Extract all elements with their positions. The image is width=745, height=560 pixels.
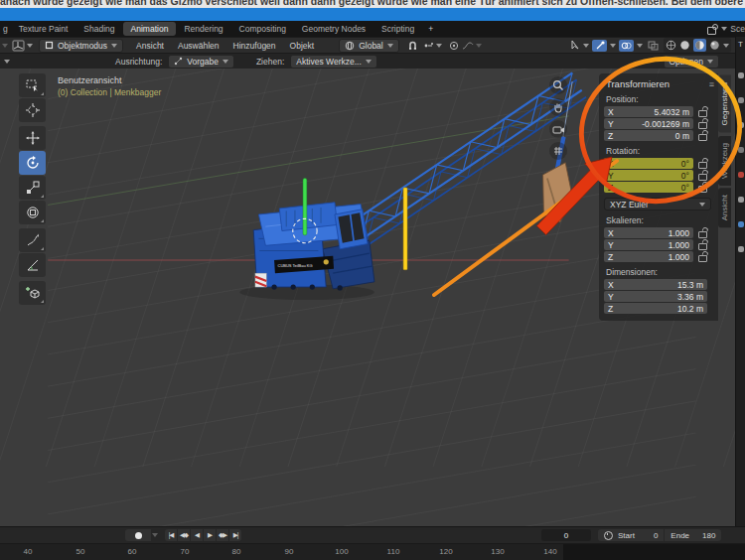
tool-select-box[interactable] bbox=[19, 73, 46, 97]
properties-tab-icon[interactable] bbox=[738, 172, 744, 178]
mode-dropdown[interactable]: Objektmodus bbox=[39, 39, 123, 53]
workspace-tab-geometry-nodes[interactable]: Geometry Nodes bbox=[294, 22, 373, 36]
position-x-field[interactable]: X5.4032 m bbox=[604, 106, 693, 117]
workspace-tab-animation[interactable]: Animation bbox=[123, 22, 177, 36]
scene-name-label[interactable]: Sce bbox=[730, 24, 745, 34]
menu-hinzufuegen[interactable]: Hinzufügen bbox=[226, 39, 283, 53]
rotation-mode-dropdown[interactable]: XYZ Euler bbox=[604, 198, 711, 210]
rotation-z-field[interactable]: Z0° bbox=[604, 182, 693, 193]
camera-view-gadget[interactable] bbox=[549, 120, 567, 138]
drag-setting-dropdown[interactable]: Aktives Werkze... bbox=[290, 55, 377, 69]
menu-ansicht[interactable]: Ansicht bbox=[129, 39, 171, 53]
workspace-tab-shading[interactable]: Shading bbox=[75, 22, 122, 36]
workspace-tab-partial[interactable]: g bbox=[0, 22, 11, 36]
sidebar-tab-ansicht[interactable]: Ansicht bbox=[718, 188, 731, 227]
editor-type-selector[interactable] bbox=[12, 40, 33, 52]
sidebar-tab-gegenstand[interactable]: Gegenstand bbox=[718, 75, 731, 133]
tool-rotate[interactable] bbox=[19, 151, 46, 175]
end-frame-field[interactable]: Ende 180 bbox=[665, 529, 721, 541]
options-dropdown[interactable]: Optionen bbox=[664, 55, 720, 69]
tool-measure[interactable] bbox=[19, 253, 46, 277]
sidebar-tab-werkzeug[interactable]: Werkzeug bbox=[718, 136, 731, 186]
workspace-tab-scripting[interactable]: Scripting bbox=[373, 22, 422, 36]
lock-icon[interactable] bbox=[698, 231, 707, 238]
gizmos-toggle[interactable] bbox=[592, 40, 607, 52]
properties-tab-icon[interactable] bbox=[738, 147, 744, 153]
lock-icon[interactable] bbox=[698, 255, 707, 262]
perspective-toggle-gadget[interactable] bbox=[549, 142, 567, 160]
shading-material-button[interactable] bbox=[693, 39, 706, 52]
shading-solid-icon[interactable] bbox=[679, 40, 690, 51]
shading-wireframe-icon[interactable] bbox=[666, 40, 676, 51]
tool-annotate[interactable] bbox=[19, 228, 46, 252]
scale-x-field[interactable]: X1.000 bbox=[604, 227, 693, 238]
tool-move[interactable] bbox=[19, 126, 46, 150]
properties-tab-icon[interactable] bbox=[738, 246, 744, 252]
rotation-y-field[interactable]: Y0° bbox=[604, 170, 693, 181]
position-z-field[interactable]: Z0 m bbox=[604, 130, 693, 141]
lock-icon[interactable] bbox=[698, 122, 707, 129]
tool-add-cube[interactable] bbox=[19, 281, 46, 305]
dimensions-y-field[interactable]: Y3.36 m bbox=[604, 291, 707, 302]
panel-menu-icon[interactable]: ≡ bbox=[709, 81, 714, 87]
dimensions-z-field[interactable]: Z10.2 m bbox=[604, 303, 707, 314]
overlays-caret[interactable] bbox=[637, 44, 643, 48]
snap-settings-dropdown[interactable] bbox=[423, 41, 442, 51]
properties-tab-icon[interactable] bbox=[738, 122, 744, 128]
snap-toggle[interactable] bbox=[405, 40, 420, 52]
pan-gadget[interactable] bbox=[549, 98, 567, 116]
workspace-tab-texture-paint[interactable]: Texture Paint bbox=[11, 22, 76, 36]
lock-icon[interactable] bbox=[698, 186, 707, 193]
next-keyframe-button[interactable]: ◆▶ bbox=[217, 529, 229, 541]
falloff-dropdown[interactable] bbox=[462, 41, 482, 51]
active-tool-caret[interactable] bbox=[4, 60, 10, 64]
lock-icon[interactable] bbox=[698, 162, 707, 169]
keying-dropdown-caret[interactable] bbox=[152, 533, 158, 537]
properties-tab-icon[interactable] bbox=[738, 72, 744, 78]
properties-tab-icon[interactable] bbox=[738, 197, 744, 203]
workspace-tab-rendering[interactable]: Rendering bbox=[176, 22, 230, 36]
3d-viewport[interactable]: CUBUS TeilBau KG bbox=[0, 69, 735, 526]
rotation-x-field[interactable]: X0° bbox=[604, 158, 693, 169]
tool-scale[interactable] bbox=[19, 176, 46, 200]
tool-transform[interactable] bbox=[19, 201, 46, 224]
menu-objekt[interactable]: Objekt bbox=[283, 39, 322, 53]
scale-y-field[interactable]: Y1.000 bbox=[604, 239, 693, 250]
play-button[interactable]: ▶ bbox=[204, 529, 217, 541]
lock-icon[interactable] bbox=[698, 110, 707, 117]
shading-rendered-icon[interactable] bbox=[709, 40, 720, 51]
zoom-gadget[interactable] bbox=[549, 76, 567, 94]
tool-cursor[interactable] bbox=[19, 98, 46, 122]
current-frame-field[interactable]: 0 bbox=[541, 529, 591, 541]
visibility-dropdown[interactable] bbox=[570, 40, 589, 51]
jump-to-end-button[interactable]: ▶| bbox=[229, 529, 241, 541]
transform-panel-title[interactable]: Transformieren bbox=[606, 78, 670, 89]
proportional-editing-toggle[interactable] bbox=[447, 40, 462, 52]
scene-dropdown-caret[interactable] bbox=[721, 27, 727, 31]
lock-icon[interactable] bbox=[698, 243, 707, 250]
workspace-tab-compositing[interactable]: Compositing bbox=[231, 22, 294, 36]
overlays-toggle[interactable] bbox=[619, 40, 634, 52]
gizmo-z-axis-line[interactable] bbox=[303, 178, 307, 234]
orientation-setting-dropdown[interactable]: Vorgabe bbox=[168, 55, 234, 69]
scale-z-field[interactable]: Z1.000 bbox=[604, 251, 693, 262]
lock-icon[interactable] bbox=[698, 134, 707, 141]
menu-auswaehlen[interactable]: Auswählen bbox=[171, 39, 226, 53]
lock-icon[interactable] bbox=[698, 174, 707, 181]
properties-tab-icon[interactable] bbox=[738, 221, 744, 227]
timeline-ruler[interactable]: 40 50 60 70 80 90 100 110 120 130 140 bbox=[0, 543, 745, 560]
shading-caret[interactable] bbox=[723, 44, 729, 48]
orientation-dropdown[interactable]: Global bbox=[339, 39, 399, 53]
xray-toggle[interactable] bbox=[646, 40, 661, 52]
collapsed-corner-caret[interactable] bbox=[2, 44, 8, 48]
jump-to-start-button[interactable]: |◀ bbox=[165, 529, 178, 541]
start-frame-field[interactable]: Start 0 bbox=[598, 529, 665, 541]
properties-tab-icon[interactable] bbox=[738, 97, 744, 103]
dimensions-x-field[interactable]: X15.3 m bbox=[604, 279, 707, 290]
add-workspace-button[interactable]: + bbox=[422, 22, 439, 36]
auto-keyframe-button[interactable] bbox=[125, 529, 151, 541]
play-reverse-button[interactable]: ◀ bbox=[191, 529, 204, 541]
prev-keyframe-button[interactable]: ◀◆ bbox=[178, 529, 191, 541]
gizmos-caret[interactable] bbox=[610, 44, 616, 48]
position-y-field[interactable]: Y-0.001269 m bbox=[604, 118, 693, 129]
